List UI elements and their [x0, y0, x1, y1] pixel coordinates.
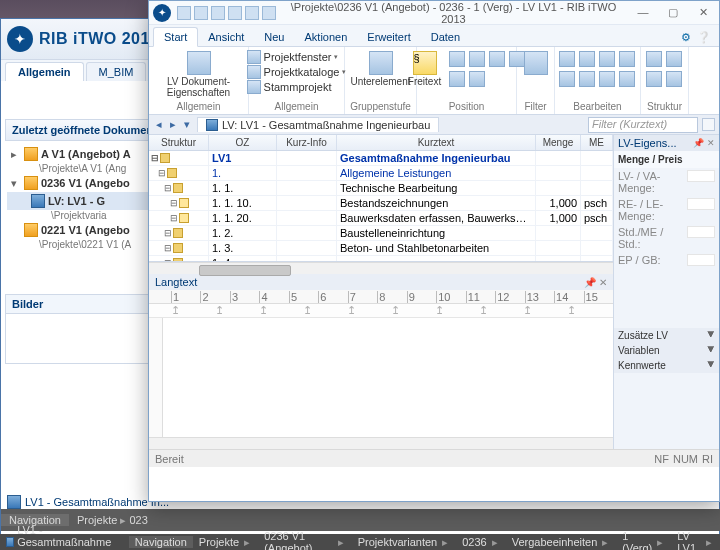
- pos-icon[interactable]: [449, 51, 465, 67]
- langtext-header: Langtext📌 ✕: [149, 274, 613, 290]
- crumb-doc[interactable]: LV1 - Gesamtmaßnahme I...: [0, 524, 129, 550]
- prop-value[interactable]: [687, 226, 715, 238]
- grid-scrollbar[interactable]: [149, 262, 613, 274]
- qat-icon[interactable]: [262, 6, 276, 20]
- recent-item[interactable]: ▾0236 V1 (Angebo: [7, 174, 168, 192]
- struct-icon[interactable]: [646, 71, 662, 87]
- grid-row[interactable]: ⊟LV1Gesamtmaßnahme Ingenieurbau: [149, 151, 613, 166]
- grid-row[interactable]: ⊟1. 2.Baustelleneinrichtung: [149, 226, 613, 241]
- prop-category[interactable]: Zusätze LV: [614, 328, 719, 343]
- pos-icon[interactable]: [449, 71, 465, 87]
- projektkataloge-button[interactable]: Projektkataloge▾: [247, 65, 347, 79]
- col-menge[interactable]: Menge: [536, 135, 581, 150]
- pos-icon[interactable]: [469, 71, 485, 87]
- prop-row: Std./ME / Std.:: [614, 224, 719, 252]
- ribbon-tab-start[interactable]: Start: [153, 27, 198, 47]
- ribbon-tab-aktionen[interactable]: Aktionen: [295, 28, 358, 46]
- langtext-scrollbar[interactable]: [149, 437, 613, 449]
- edit-icon[interactable]: [599, 71, 615, 87]
- qat-icon[interactable]: [228, 6, 242, 20]
- prop-category[interactable]: Variablen: [614, 343, 719, 358]
- edit-icon[interactable]: [619, 51, 635, 67]
- col-kurztext[interactable]: Kurztext: [337, 135, 536, 150]
- prop-value[interactable]: [687, 198, 715, 210]
- col-kurzinfo[interactable]: Kurz-Info: [277, 135, 337, 150]
- prop-category[interactable]: Kennwerte: [614, 358, 719, 373]
- maximize-button[interactable]: ▢: [661, 6, 685, 19]
- nav-prev-icon[interactable]: ◂: [153, 118, 165, 131]
- doc-icon: [206, 119, 218, 131]
- crumb[interactable]: Vergabeeinheiten: [506, 536, 617, 549]
- document-tabbar: ◂ ▸ ▾ LV: LV1 - Gesamtmaßnahme Ingenieur…: [149, 115, 719, 135]
- grid-row[interactable]: ⊟1. 3.Beton- und Stahlbetonarbeiten: [149, 241, 613, 256]
- recent-item[interactable]: ▸A V1 (Angebot) A: [7, 145, 168, 163]
- pin-icon[interactable]: 📌 ✕: [584, 277, 607, 288]
- grid-body[interactable]: ⊟LV1Gesamtmaßnahme Ingenieurbau ⊟1.Allge…: [149, 151, 613, 262]
- inner-breadcrumb: LV1 - Gesamtmaßnahme I... Navigation Pro…: [0, 534, 720, 550]
- tab-mbim[interactable]: M_BIM: [86, 62, 147, 81]
- minimize-button[interactable]: —: [631, 6, 655, 19]
- close-button[interactable]: ✕: [691, 6, 715, 19]
- pos-icon[interactable]: [469, 51, 485, 67]
- filter-input[interactable]: Filter (Kurztext): [588, 117, 698, 133]
- crumb[interactable]: Projekte: [193, 536, 258, 549]
- edit-icon[interactable]: [619, 71, 635, 87]
- edit-icon[interactable]: [559, 71, 575, 87]
- qat-undo-icon[interactable]: [194, 6, 208, 20]
- col-struktur[interactable]: Struktur: [149, 135, 209, 150]
- grid-row[interactable]: ⊟1. 1.Technische Bearbeitung: [149, 181, 613, 196]
- grid-row[interactable]: ⊟1.Allgemeine Leistungen: [149, 166, 613, 181]
- bilder-header: Bilder: [6, 295, 169, 314]
- document-window: ✦ \Projekte\0236 V1 (Angebot) - 0236 - 1…: [148, 0, 720, 502]
- struct-icon[interactable]: [666, 71, 682, 87]
- pin-icon[interactable]: 📌 ✕: [693, 138, 715, 148]
- langtext-editor[interactable]: [149, 318, 613, 437]
- ribbon-tab-daten[interactable]: Daten: [421, 28, 470, 46]
- app-title: RIB iTWO 201: [39, 30, 150, 48]
- search-icon[interactable]: [702, 118, 715, 131]
- prop-value[interactable]: [687, 254, 715, 266]
- crumb[interactable]: Projektvarianten: [352, 536, 457, 549]
- prop-value[interactable]: [687, 170, 715, 182]
- crumb[interactable]: Navigation: [129, 536, 193, 548]
- crumb[interactable]: 0236 V1 (Angebot): [258, 530, 352, 550]
- freitext-button[interactable]: §Freitext: [404, 49, 445, 91]
- document-tab[interactable]: LV: LV1 - Gesamtmaßnahme Ingenieurbau: [197, 117, 439, 132]
- tab-allgemein[interactable]: Allgemein: [5, 62, 84, 81]
- struct-icon[interactable]: [666, 51, 682, 67]
- projektfenster-button[interactable]: Projektfenster▾: [247, 50, 347, 64]
- col-me[interactable]: ME: [581, 135, 613, 150]
- edit-icon[interactable]: [599, 51, 615, 67]
- crumb[interactable]: LV LV1: [671, 530, 720, 550]
- qat-save-icon[interactable]: [177, 6, 191, 20]
- properties-header: LV-Eigens...📌 ✕: [614, 135, 719, 151]
- edit-icon[interactable]: [579, 71, 595, 87]
- nav-next-icon[interactable]: ▸: [167, 118, 179, 131]
- grid-row[interactable]: ⊟1. 1. 20.Bauwerksdaten erfassen, Bauwer…: [149, 211, 613, 226]
- crumb[interactable]: 0236: [456, 536, 505, 549]
- edit-icon[interactable]: [559, 51, 575, 67]
- stammprojekt-button[interactable]: Stammprojekt: [247, 80, 347, 94]
- filter-button[interactable]: [520, 49, 552, 77]
- lv-grid: Struktur OZ Kurz-Info Kurztext Menge ME …: [149, 135, 613, 262]
- ribbon-tab-ansicht[interactable]: Ansicht: [198, 28, 254, 46]
- recent-item[interactable]: ▸0221 V1 (Angebo: [7, 221, 168, 239]
- prop-row: LV- / VA-Menge:: [614, 168, 719, 196]
- crumb[interactable]: 1 (Verg): [616, 530, 671, 550]
- edit-icon[interactable]: [579, 51, 595, 67]
- ribbon-tab-erweitert[interactable]: Erweitert: [357, 28, 420, 46]
- footer-doc-link[interactable]: LV1 - Gesamtmaßnahme In...: [7, 495, 169, 509]
- gear-icon[interactable]: ⚙: [681, 31, 691, 44]
- qat-redo-icon[interactable]: [211, 6, 225, 20]
- ribbon-tab-neu[interactable]: Neu: [254, 28, 294, 46]
- qat-icon[interactable]: [245, 6, 259, 20]
- lv-properties-button[interactable]: LV Dokument-Eigenschaften: [153, 49, 244, 100]
- pos-icon[interactable]: [489, 51, 505, 67]
- struct-icon[interactable]: [646, 51, 662, 67]
- col-oz[interactable]: OZ: [209, 135, 277, 150]
- help-icon[interactable]: ❔: [697, 31, 711, 44]
- recent-item[interactable]: LV: LV1 - G: [7, 192, 168, 210]
- nav-down-icon[interactable]: ▾: [181, 118, 193, 131]
- indicator-num: NUM: [673, 453, 698, 465]
- grid-row[interactable]: ⊟1. 1. 10.Bestandszeichnungen1,000psch: [149, 196, 613, 211]
